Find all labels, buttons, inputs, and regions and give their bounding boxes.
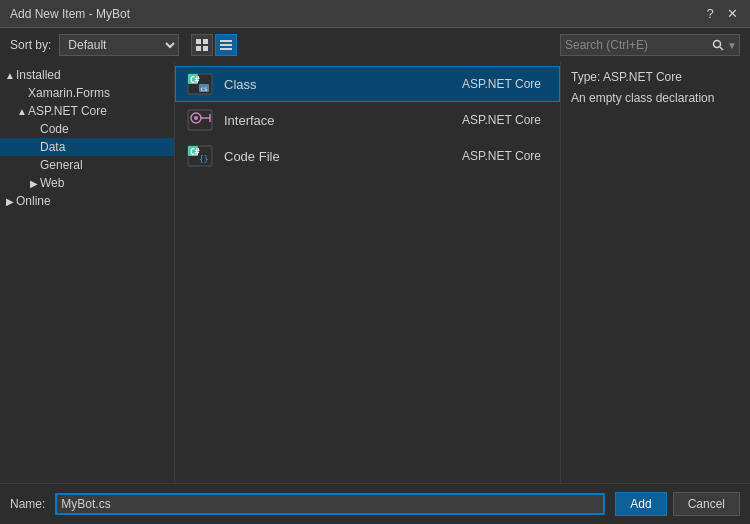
toggle-installed: ▲ — [4, 70, 16, 81]
main-content: ▲ Installed Xamarin.Forms ▲ ASP.NET Core… — [0, 62, 750, 483]
svg-rect-1 — [203, 39, 208, 44]
item-name-codefile: Code File — [224, 149, 452, 164]
sidebar-label-aspnet: ASP.NET Core — [28, 104, 107, 118]
bottom-bar: Name: Add Cancel — [0, 483, 750, 524]
item-type-interface: ASP.NET Core — [462, 113, 541, 127]
dialog-body: Sort by: Default — [0, 28, 750, 524]
svg-rect-5 — [220, 44, 232, 46]
svg-point-7 — [714, 41, 721, 48]
item-type-class: ASP.NET Core — [462, 77, 541, 91]
sidebar-label-data: Data — [40, 140, 65, 154]
svg-rect-3 — [203, 46, 208, 51]
svg-text:cs: cs — [201, 85, 209, 92]
sidebar-item-online[interactable]: ▶ Online — [0, 192, 174, 210]
sidebar-label-online: Online — [16, 194, 51, 208]
sidebar-item-aspnet[interactable]: ▲ ASP.NET Core — [0, 102, 174, 120]
item-row-interface[interactable]: Interface ASP.NET Core — [175, 102, 560, 138]
svg-line-8 — [720, 47, 723, 50]
info-panel: Type: ASP.NET Core An empty class declar… — [560, 62, 750, 483]
sidebar: ▲ Installed Xamarin.Forms ▲ ASP.NET Core… — [0, 62, 175, 483]
cancel-button[interactable]: Cancel — [673, 492, 740, 516]
sort-select[interactable]: Default — [59, 34, 179, 56]
add-button[interactable]: Add — [615, 492, 666, 516]
svg-point-16 — [194, 116, 198, 120]
sidebar-item-web[interactable]: ▶ Web — [0, 174, 174, 192]
svg-text:{}: {} — [199, 155, 209, 164]
sidebar-label-general: General — [40, 158, 83, 172]
help-button[interactable]: ? — [702, 6, 718, 22]
close-button[interactable]: ✕ — [724, 6, 740, 22]
search-dropdown-icon[interactable]: ▼ — [725, 35, 739, 55]
svg-rect-2 — [196, 46, 201, 51]
item-name-interface: Interface — [224, 113, 452, 128]
info-type-label: Type: ASP.NET Core — [571, 70, 740, 84]
sidebar-item-data[interactable]: Data — [0, 138, 174, 156]
window-controls: ? ✕ — [702, 6, 740, 22]
bottom-buttons: Add Cancel — [615, 492, 740, 516]
sidebar-item-general[interactable]: General — [0, 156, 174, 174]
item-row-class[interactable]: C# cs Class ASP.NET Core — [175, 66, 560, 102]
sidebar-label-code: Code — [40, 122, 69, 136]
name-label: Name: — [10, 497, 45, 511]
top-bar: Sort by: Default — [0, 28, 750, 62]
item-list: C# cs Class ASP.NET Core Interface — [175, 62, 560, 483]
toggle-web: ▶ — [28, 178, 40, 189]
item-row-codefile[interactable]: C# {} Code File ASP.NET Core — [175, 138, 560, 174]
svg-rect-6 — [220, 48, 232, 50]
dialog-title: Add New Item - MyBot — [10, 7, 130, 21]
grid-view-button[interactable] — [191, 34, 213, 56]
sidebar-item-installed[interactable]: ▲ Installed — [0, 66, 174, 84]
toggle-online: ▶ — [4, 196, 16, 207]
sidebar-label-xamarin: Xamarin.Forms — [28, 86, 110, 100]
list-view-button[interactable] — [215, 34, 237, 56]
sort-label: Sort by: — [10, 38, 51, 52]
sidebar-label-installed: Installed — [16, 68, 61, 82]
search-input[interactable] — [561, 38, 711, 52]
item-type-codefile: ASP.NET Core — [462, 149, 541, 163]
item-name-class: Class — [224, 77, 452, 92]
info-description: An empty class declaration — [571, 90, 740, 107]
sidebar-item-code[interactable]: Code — [0, 120, 174, 138]
name-input[interactable] — [55, 493, 605, 515]
toggle-aspnet: ▲ — [16, 106, 28, 117]
interface-icon — [186, 106, 214, 134]
search-icon[interactable] — [711, 35, 725, 55]
svg-rect-4 — [220, 40, 232, 42]
codefile-icon: C# {} — [186, 142, 214, 170]
sidebar-label-web: Web — [40, 176, 64, 190]
class-icon: C# cs — [186, 70, 214, 98]
sidebar-item-xamarin[interactable]: Xamarin.Forms — [0, 84, 174, 102]
svg-rect-0 — [196, 39, 201, 44]
view-icons — [191, 34, 237, 56]
svg-text:C#: C# — [190, 76, 200, 85]
search-box: ▼ — [560, 34, 740, 56]
title-bar: Add New Item - MyBot ? ✕ — [0, 0, 750, 28]
